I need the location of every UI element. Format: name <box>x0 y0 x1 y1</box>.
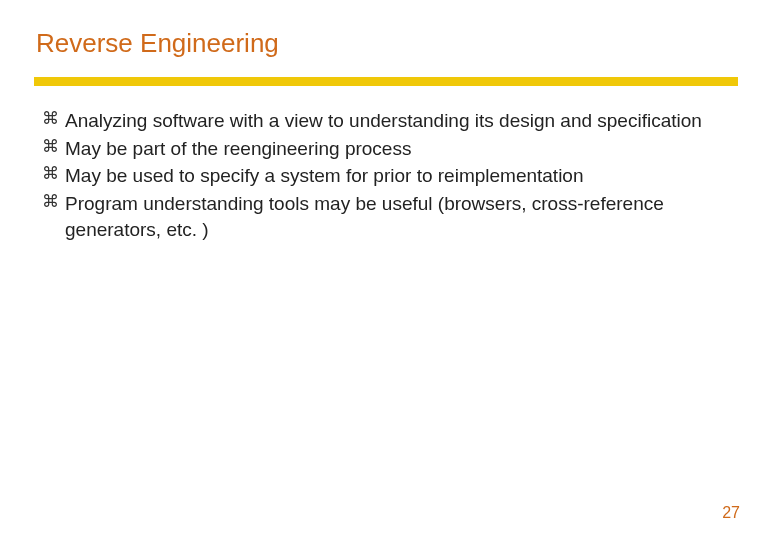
slide: Reverse Engineering ⌘ Analyzing software… <box>0 0 780 540</box>
bullet-list: ⌘ Analyzing software with a view to unde… <box>40 108 740 242</box>
bullet-icon: ⌘ <box>42 191 59 214</box>
page-number: 27 <box>722 504 740 522</box>
bullet-text: Program understanding tools may be usefu… <box>65 191 705 242</box>
list-item: ⌘ Program understanding tools may be use… <box>42 191 740 242</box>
list-item: ⌘ May be used to specify a system for pr… <box>42 163 740 189</box>
bullet-text: May be used to specify a system for prio… <box>65 163 584 189</box>
slide-title: Reverse Engineering <box>36 28 740 59</box>
bullet-icon: ⌘ <box>42 108 59 131</box>
list-item: ⌘ Analyzing software with a view to unde… <box>42 108 740 134</box>
bullet-text: May be part of the reengineering process <box>65 136 411 162</box>
bullet-icon: ⌘ <box>42 136 59 159</box>
bullet-icon: ⌘ <box>42 163 59 186</box>
bullet-text: Analyzing software with a view to unders… <box>65 108 702 134</box>
divider-bar <box>34 77 738 86</box>
list-item: ⌘ May be part of the reengineering proce… <box>42 136 740 162</box>
